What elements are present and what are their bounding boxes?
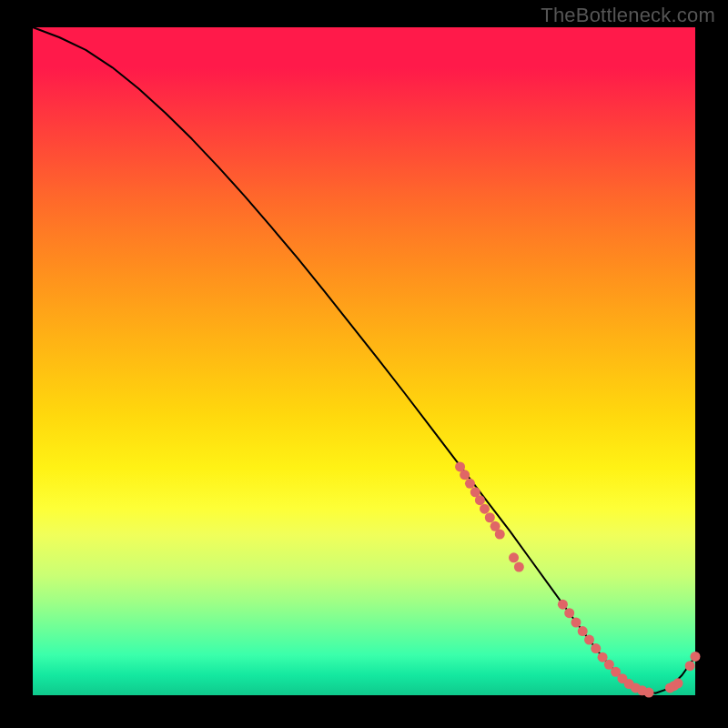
data-point bbox=[673, 678, 683, 688]
data-point bbox=[578, 626, 588, 636]
data-point bbox=[509, 552, 519, 562]
data-point bbox=[564, 608, 574, 618]
chart-svg bbox=[33, 27, 695, 695]
data-point bbox=[644, 688, 654, 698]
data-points bbox=[455, 461, 700, 697]
data-point bbox=[584, 635, 594, 645]
data-point bbox=[514, 562, 524, 572]
data-point bbox=[495, 530, 505, 540]
plot-area bbox=[33, 27, 695, 695]
data-point bbox=[485, 512, 495, 522]
data-point bbox=[460, 470, 470, 480]
data-point bbox=[691, 652, 701, 662]
data-point bbox=[475, 495, 485, 505]
data-point bbox=[465, 479, 475, 489]
data-point bbox=[571, 617, 581, 627]
data-point bbox=[558, 600, 568, 610]
data-point bbox=[685, 661, 695, 671]
bottleneck-curve bbox=[33, 27, 695, 693]
data-point bbox=[591, 643, 601, 653]
watermark-text: TheBottleneck.com bbox=[541, 4, 715, 27]
data-point bbox=[480, 504, 490, 514]
